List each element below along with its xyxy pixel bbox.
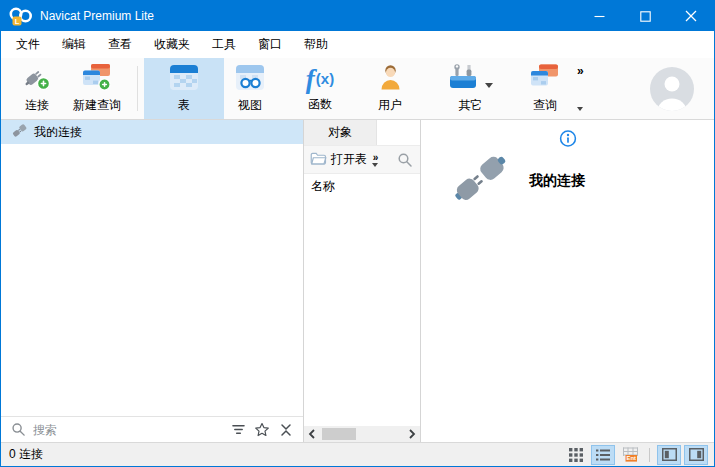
tab-objects-label: 对象: [328, 124, 352, 141]
statusbar-view-buttons: Ent: [564, 445, 708, 465]
svg-text:Ent: Ent: [626, 455, 635, 461]
tools-icon: [448, 64, 478, 94]
toolbar-separator: [137, 66, 138, 111]
titlebar: L Navicat Premium Lite: [1, 1, 714, 31]
toolbar-new-query-label: 新建查询: [73, 97, 121, 114]
folder-open-icon: [310, 152, 327, 168]
toolbar-others-button[interactable]: 其它: [438, 58, 503, 119]
svg-text:L: L: [15, 17, 20, 26]
name-column-label: 名称: [311, 178, 335, 195]
horizontal-scrollbar[interactable]: [304, 426, 420, 442]
function-icon: f(x): [306, 65, 334, 93]
user-icon: [377, 63, 404, 94]
toolbar-overflow-icon[interactable]: »: [577, 64, 583, 78]
objects-panel: 对象 打开表 »: [304, 120, 421, 442]
objects-list: [304, 198, 420, 426]
toolbar-views-button[interactable]: 视图: [224, 58, 276, 119]
sidebar-search-bar: [1, 416, 303, 442]
er-diagram-view-button[interactable]: Ent: [618, 445, 642, 465]
toolbar-tables-label: 表: [178, 97, 190, 114]
toolbar-functions-label: 函数: [308, 96, 332, 113]
menu-window[interactable]: 窗口: [247, 31, 293, 58]
window-controls: [576, 1, 714, 31]
connections-tree: 我的连接: [1, 120, 303, 416]
open-table-arrows: »: [372, 153, 378, 167]
toolbar-connect-button[interactable]: 连接: [11, 58, 63, 119]
maximize-button[interactable]: [622, 1, 668, 31]
plug-add-icon: [23, 63, 51, 94]
objects-tabstrip: 对象: [304, 120, 420, 146]
connections-count: 0 连接: [9, 446, 43, 463]
close-button[interactable]: [668, 1, 714, 31]
tab-objects[interactable]: 对象: [304, 120, 376, 145]
scrollbar-thumb[interactable]: [322, 428, 356, 440]
tabstrip-empty: [376, 120, 420, 145]
objects-search-icon[interactable]: [396, 151, 414, 169]
toolbar-more-dropdown-icon[interactable]: [577, 107, 583, 111]
plug-large-icon: [449, 148, 511, 213]
connection-tile-label: 我的连接: [529, 172, 585, 190]
connection-tile[interactable]: 我的连接: [449, 148, 585, 213]
sidebar-search-input[interactable]: [33, 423, 223, 437]
plug-icon: [11, 123, 27, 141]
menu-file[interactable]: 文件: [5, 31, 51, 58]
detail-panel: 我的连接: [421, 120, 714, 442]
favorites-star-icon[interactable]: [253, 421, 271, 439]
toolbar: 连接 新建查询: [1, 58, 714, 120]
filter-icon[interactable]: [229, 421, 247, 439]
objects-toolbar: 打开表 »: [304, 146, 420, 174]
scroll-left-icon[interactable]: [304, 426, 320, 442]
toolbar-new-query-button[interactable]: 新建查询: [63, 58, 131, 119]
toolbar-users-label: 用户: [378, 97, 402, 114]
navicat-logo-icon: L: [8, 5, 34, 27]
collapse-all-icon[interactable]: [277, 421, 295, 439]
minimize-button[interactable]: [576, 1, 622, 31]
icon-view-button[interactable]: [564, 445, 588, 465]
menu-tools[interactable]: 工具: [201, 31, 247, 58]
toolbar-others-label: 其它: [459, 97, 483, 114]
main-area: 我的连接: [1, 120, 714, 442]
toggle-info-panel-button[interactable]: [684, 445, 708, 465]
query-icon: [530, 63, 560, 94]
toolbar-overflow: »: [575, 58, 585, 119]
open-table-label: 打开表: [331, 151, 367, 168]
scroll-right-icon[interactable]: [404, 426, 420, 442]
name-column-header[interactable]: 名称: [304, 174, 420, 198]
app-window: L Navicat Premium Lite 文件 编辑 查看 收藏夹 工具 窗…: [0, 0, 715, 467]
toolbar-users-button[interactable]: 用户: [364, 58, 416, 119]
statusbar-separator: [649, 448, 650, 462]
list-view-button[interactable]: [591, 445, 615, 465]
menu-help[interactable]: 帮助: [293, 31, 339, 58]
new-query-icon: [82, 63, 112, 94]
view-icon: [235, 64, 265, 94]
connections-sidebar: 我的连接: [1, 120, 304, 442]
statusbar: 0 连接 Ent: [1, 442, 714, 466]
account-avatar[interactable]: [650, 67, 694, 111]
connection-tree-item[interactable]: 我的连接: [1, 120, 303, 144]
toolbar-query-label: 查询: [533, 97, 557, 114]
menubar: 文件 编辑 查看 收藏夹 工具 窗口 帮助: [1, 31, 714, 58]
window-title: Navicat Premium Lite: [40, 9, 154, 23]
menu-edit[interactable]: 编辑: [51, 31, 97, 58]
toggle-left-panel-button[interactable]: [657, 445, 681, 465]
connection-tree-label: 我的连接: [34, 124, 82, 141]
objects-overflow-icon[interactable]: »: [373, 153, 378, 162]
menu-view[interactable]: 查看: [97, 31, 143, 58]
scrollbar-track[interactable]: [320, 426, 404, 442]
open-table-button[interactable]: 打开表 »: [310, 151, 378, 168]
toolbar-functions-button[interactable]: f(x) 函数: [294, 58, 346, 119]
table-icon: [169, 64, 199, 94]
toolbar-tables-button[interactable]: 表: [144, 58, 224, 119]
others-dropdown-icon[interactable]: [485, 83, 493, 88]
toolbar-query-button[interactable]: 查询: [519, 58, 571, 119]
toolbar-connect-label: 连接: [25, 97, 49, 114]
menu-favorites[interactable]: 收藏夹: [143, 31, 201, 58]
toolbar-views-label: 视图: [238, 97, 262, 114]
open-table-dropdown-icon[interactable]: [372, 163, 378, 167]
search-icon: [9, 421, 27, 439]
info-icon[interactable]: [559, 130, 576, 150]
